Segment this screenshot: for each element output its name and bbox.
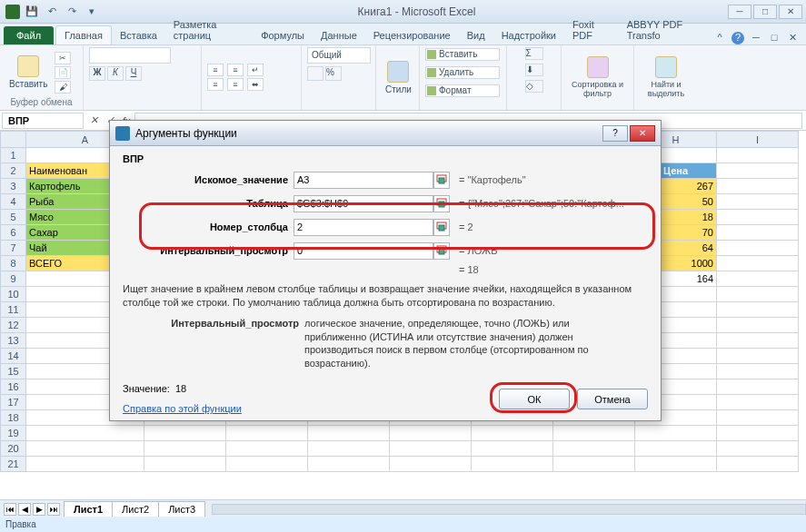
merge-icon[interactable]: ⬌ bbox=[247, 78, 264, 91]
help-icon[interactable]: ? bbox=[731, 32, 744, 44]
cell[interactable] bbox=[717, 395, 799, 410]
arg-input-0[interactable] bbox=[294, 172, 433, 189]
percent-icon[interactable]: % bbox=[325, 66, 342, 81]
cell[interactable] bbox=[553, 426, 635, 441]
cell[interactable] bbox=[717, 256, 799, 271]
cell[interactable] bbox=[635, 441, 717, 457]
row-header[interactable]: 20 bbox=[1, 441, 26, 457]
row-header[interactable]: 11 bbox=[1, 302, 26, 318]
cell[interactable] bbox=[308, 457, 390, 472]
tab-review[interactable]: Рецензирование bbox=[365, 26, 459, 44]
cell[interactable] bbox=[26, 457, 144, 472]
undo-icon[interactable]: ↶ bbox=[44, 4, 60, 20]
qat-more-icon[interactable]: ▾ bbox=[84, 4, 100, 20]
select-all-corner[interactable] bbox=[1, 132, 26, 148]
cell[interactable] bbox=[308, 426, 390, 441]
row-header[interactable]: 16 bbox=[1, 379, 26, 395]
number-format-box[interactable]: Общий bbox=[307, 47, 371, 64]
cell[interactable] bbox=[717, 349, 799, 364]
tab-insert[interactable]: Вставка bbox=[112, 26, 165, 44]
align-mid-icon[interactable]: ≡ bbox=[207, 78, 224, 91]
row-header[interactable]: 9 bbox=[1, 271, 26, 287]
redo-icon[interactable]: ↷ bbox=[64, 4, 80, 20]
format-cells-button[interactable]: Формат bbox=[425, 84, 500, 97]
dialog-close-button[interactable]: ✕ bbox=[630, 125, 655, 142]
cell[interactable] bbox=[390, 426, 472, 441]
function-help-link[interactable]: Справка по этой функции bbox=[123, 403, 242, 414]
sheet-nav-next[interactable]: ▶ bbox=[33, 503, 45, 516]
find-select-button[interactable]: Найти и выделить bbox=[640, 54, 692, 100]
doc-close-icon[interactable]: ✕ bbox=[786, 32, 799, 44]
bold-button[interactable]: Ж bbox=[89, 66, 105, 81]
cell[interactable] bbox=[226, 426, 308, 441]
row-header[interactable]: 18 bbox=[1, 410, 26, 426]
range-picker-icon[interactable] bbox=[433, 242, 450, 260]
row-header[interactable]: 2 bbox=[1, 163, 26, 179]
cancel-button[interactable]: Отмена bbox=[577, 389, 648, 409]
cell[interactable] bbox=[717, 148, 799, 163]
cell[interactable] bbox=[144, 426, 226, 441]
minimize-button[interactable]: ─ bbox=[728, 5, 751, 19]
horizontal-scrollbar[interactable] bbox=[212, 504, 806, 515]
cell[interactable] bbox=[717, 426, 799, 441]
cell[interactable] bbox=[472, 441, 553, 457]
sheet-tab-2[interactable]: Лист2 bbox=[112, 501, 159, 517]
range-picker-icon[interactable] bbox=[433, 172, 450, 189]
dialog-help-button[interactable]: ? bbox=[602, 125, 628, 142]
cell[interactable] bbox=[717, 302, 799, 318]
doc-minimize-icon[interactable]: ─ bbox=[750, 32, 762, 44]
align-top-icon[interactable]: ≡ bbox=[207, 64, 224, 76]
copy-icon[interactable]: 📄 bbox=[55, 66, 71, 79]
row-header[interactable]: 12 bbox=[1, 318, 26, 333]
cell[interactable] bbox=[717, 194, 799, 210]
tab-view[interactable]: Вид bbox=[459, 26, 493, 44]
sheet-tab-1[interactable]: Лист1 bbox=[64, 501, 113, 517]
wrap-icon[interactable]: ↵ bbox=[247, 64, 264, 76]
cell[interactable] bbox=[144, 441, 226, 457]
cell[interactable] bbox=[717, 225, 799, 241]
fmtpainter-icon[interactable]: 🖌 bbox=[55, 81, 71, 94]
row-header[interactable]: 4 bbox=[1, 194, 26, 210]
cell[interactable] bbox=[717, 163, 799, 179]
cell[interactable] bbox=[717, 441, 799, 457]
italic-button[interactable]: К bbox=[107, 66, 124, 81]
tab-formulas[interactable]: Формулы bbox=[253, 26, 313, 44]
cell[interactable] bbox=[717, 410, 799, 426]
currency-icon[interactable] bbox=[307, 66, 323, 81]
maximize-button[interactable]: □ bbox=[753, 5, 777, 19]
cell[interactable] bbox=[717, 210, 799, 225]
align-left-icon[interactable]: ≡ bbox=[227, 64, 244, 76]
cell[interactable] bbox=[308, 441, 390, 457]
cell[interactable] bbox=[472, 426, 553, 441]
file-tab[interactable]: Файл bbox=[4, 26, 54, 44]
cell[interactable] bbox=[717, 241, 799, 256]
cell[interactable] bbox=[717, 179, 799, 194]
cell[interactable] bbox=[717, 333, 799, 349]
cell[interactable] bbox=[26, 426, 144, 441]
insert-cells-button[interactable]: Вставить bbox=[425, 48, 500, 61]
sort-filter-button[interactable]: Сортировка и фильтр bbox=[567, 54, 628, 100]
tab-data[interactable]: Данные bbox=[313, 26, 365, 44]
sheet-nav-last[interactable]: ⏭ bbox=[47, 503, 60, 516]
tab-home[interactable]: Главная bbox=[55, 25, 112, 44]
range-picker-icon[interactable] bbox=[433, 195, 450, 212]
sheet-nav-first[interactable]: ⏮ bbox=[4, 503, 16, 516]
cancel-formula-icon[interactable]: ✕ bbox=[85, 114, 102, 126]
row-header[interactable]: 7 bbox=[1, 241, 26, 256]
arg-input-3[interactable] bbox=[294, 242, 433, 260]
arg-input-1[interactable] bbox=[294, 195, 433, 212]
cell[interactable] bbox=[472, 457, 553, 472]
doc-restore-icon[interactable]: □ bbox=[768, 32, 781, 44]
row-header[interactable]: 5 bbox=[1, 210, 26, 225]
tab-abbyy[interactable]: ABBYY PDF Transfo bbox=[619, 15, 713, 44]
cell[interactable] bbox=[390, 457, 472, 472]
cell[interactable] bbox=[635, 426, 717, 441]
align-center-icon[interactable]: ≡ bbox=[227, 78, 244, 91]
cell[interactable] bbox=[717, 271, 799, 287]
row-header[interactable]: 1 bbox=[1, 148, 26, 163]
cell[interactable] bbox=[226, 457, 308, 472]
cell[interactable] bbox=[635, 457, 717, 472]
cell[interactable] bbox=[717, 318, 799, 333]
cell[interactable] bbox=[717, 287, 799, 302]
underline-button[interactable]: Ч bbox=[125, 66, 142, 81]
